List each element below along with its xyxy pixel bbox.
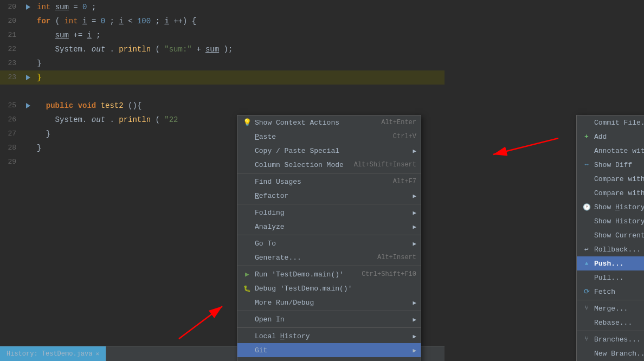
git-menu-push[interactable]: ▲ Push... Ctrl+Shift+K	[577, 256, 644, 270]
git-menu-add[interactable]: + Add Ctrl+Alt+A	[577, 130, 644, 144]
git-menu-fetch[interactable]: ⟳ Fetch	[577, 285, 644, 299]
svg-line-3	[493, 138, 558, 154]
separator	[237, 266, 421, 266]
gutter	[22, 4, 35, 10]
tab-close-button[interactable]: ✕	[95, 350, 99, 357]
run-icon: ▶	[242, 270, 253, 279]
submenu-arrow-icon: ▶	[413, 333, 416, 340]
menu-label: Annotate with Git Blame	[594, 147, 644, 155]
menu-item-debug[interactable]: 🐛 Debug 'TestDemo.main()'	[237, 281, 421, 295]
menu-item-generate[interactable]: Generate... Alt+Insert	[237, 250, 421, 265]
submenu-arrow-icon: ▶	[413, 240, 416, 247]
line-number: 20	[0, 0, 22, 14]
code-line-empty	[0, 85, 445, 99]
code-line-22: 22 System. out . println ( "sum:" + sum …	[0, 42, 445, 56]
git-submenu: Commit File... + Add Ctrl+Alt+A Annotate…	[576, 115, 644, 361]
submenu-arrow-icon: ▶	[413, 223, 416, 230]
code-content: sum += i ;	[35, 28, 445, 42]
line-number: 23	[0, 70, 22, 85]
code-line-23a: 23 }	[0, 56, 445, 70]
shortcut: Alt+F7	[393, 178, 416, 185]
git-menu-branches[interactable]: ⑂ Branches... Ctrl+Shift+`	[577, 332, 644, 346]
line-number: 27	[0, 127, 22, 141]
menu-item-column-selection[interactable]: Column Selection Mode Alt+Shift+Insert	[237, 158, 421, 172]
gutter-arrow-icon	[26, 103, 30, 108]
menu-label: Run 'TestDemo.main()'	[255, 270, 357, 279]
menu-item-show-context-actions[interactable]: 💡 Show Context Actions Alt+Enter	[237, 115, 421, 130]
menu-item-folding[interactable]: Folding ▶	[237, 205, 421, 220]
code-content: for ( int i = 0 ; i < 100 ; i ++) {	[35, 14, 445, 28]
git-menu-show-history-selection[interactable]: Show History for Selection	[577, 214, 644, 228]
menu-label: Local History	[255, 332, 413, 340]
git-menu-show-diff[interactable]: ↔ Show Diff	[577, 158, 644, 172]
line-number: 28	[0, 141, 22, 155]
shortcut: Alt+Insert	[377, 254, 416, 261]
git-menu-new-branch[interactable]: New Branch...	[577, 346, 644, 360]
fetch-icon: ⟳	[581, 287, 592, 296]
menu-item-run[interactable]: ▶ Run 'TestDemo.main()' Ctrl+Shift+F10	[237, 267, 421, 281]
menu-item-more-run-debug[interactable]: More Run/Debug ▶	[237, 295, 421, 310]
shortcut: Ctrl+V	[393, 133, 416, 140]
menu-item-copy-paste-special[interactable]: Copy / Paste Special ▶	[237, 144, 421, 158]
code-content: }	[35, 56, 445, 70]
menu-item-refactor[interactable]: Refactor ▶	[237, 189, 421, 203]
submenu-arrow-icon: ▶	[413, 209, 416, 216]
red-arrow-annotation-2	[482, 133, 569, 165]
submenu-arrow-icon: ▶	[413, 192, 416, 199]
menu-label: Open In	[255, 315, 413, 324]
bulb-icon: 💡	[242, 118, 253, 127]
gutter	[22, 103, 35, 108]
menu-label: New Branch...	[594, 350, 644, 358]
gutter-arrow-icon	[26, 75, 30, 80]
git-menu-compare-revision[interactable]: Compare with Revision...	[577, 172, 644, 186]
menu-item-goto[interactable]: Go To ▶	[237, 236, 421, 250]
git-menu-compare-branch[interactable]: Compare with Branch...	[577, 186, 644, 200]
menu-item-git[interactable]: Git ▶	[237, 343, 421, 357]
shortcut: Alt+Shift+Insert	[354, 161, 416, 169]
separator	[577, 331, 644, 331]
menu-label: Compare with Revision...	[594, 175, 644, 183]
submenu-arrow-icon: ▶	[413, 347, 416, 354]
debug-icon: 🐛	[242, 285, 253, 292]
menu-label: Fetch	[594, 288, 644, 296]
code-line-20b: 20 for ( int i = 0 ; i < 100 ; i ++) {	[0, 14, 445, 28]
menu-label: Rollback...	[594, 246, 644, 254]
git-menu-annotate[interactable]: Annotate with Git Blame	[577, 144, 644, 158]
git-menu-show-history[interactable]: 🕐 Show History	[577, 200, 644, 214]
menu-label: Push...	[594, 260, 644, 268]
code-content: int sum = 0 ;	[35, 0, 445, 14]
menu-label: Refactor	[255, 192, 413, 200]
git-menu-commit-file[interactable]: Commit File...	[577, 115, 644, 130]
menu-item-open-in[interactable]: Open In ▶	[237, 312, 421, 326]
menu-item-external-tools[interactable]: External Tools ▶	[237, 357, 421, 361]
code-content: System. out . println ( "sum:" + sum );	[35, 42, 445, 56]
line-number: 21	[0, 28, 22, 42]
git-menu-rollback[interactable]: ↩ Rollback... Ctrl+Alt+Z	[577, 242, 644, 256]
menu-label: Show History for Selection	[594, 217, 644, 225]
code-line-25: 25 public void test2 (){	[0, 99, 445, 113]
menu-label: Show Context Actions	[255, 119, 377, 127]
git-menu-show-current-revision[interactable]: Show Current Revision	[577, 228, 644, 242]
context-menu: 💡 Show Context Actions Alt+Enter Paste C…	[237, 115, 421, 361]
history-tab[interactable]: History: TestDemo.java ✕	[0, 346, 106, 362]
menu-label: Paste	[255, 133, 389, 141]
git-menu-pull[interactable]: Pull...	[577, 270, 644, 285]
menu-item-find-usages[interactable]: Find Usages Alt+F7	[237, 175, 421, 189]
separator	[237, 173, 421, 173]
menu-label: Merge...	[594, 305, 644, 313]
menu-label: Commit File...	[594, 119, 644, 127]
menu-label: Find Usages	[255, 178, 389, 186]
menu-label: Generate...	[255, 254, 373, 262]
line-number: 22	[0, 42, 22, 56]
code-line-20a: 20 int sum = 0 ;	[0, 0, 445, 14]
branches-icon: ⑂	[581, 336, 592, 343]
menu-label: Compare with Branch...	[594, 189, 644, 197]
menu-label: Folding	[255, 209, 413, 217]
menu-item-local-history[interactable]: Local History ▶	[237, 329, 421, 343]
menu-label: Debug 'TestDemo.main()'	[255, 285, 412, 293]
git-menu-rebase[interactable]: Rebase...	[577, 315, 644, 330]
menu-item-analyze[interactable]: Analyze ▶	[237, 220, 421, 234]
rollback-icon: ↩	[581, 245, 592, 254]
git-menu-merge[interactable]: ⑂ Merge...	[577, 301, 644, 315]
menu-item-paste[interactable]: Paste Ctrl+V	[237, 130, 421, 144]
